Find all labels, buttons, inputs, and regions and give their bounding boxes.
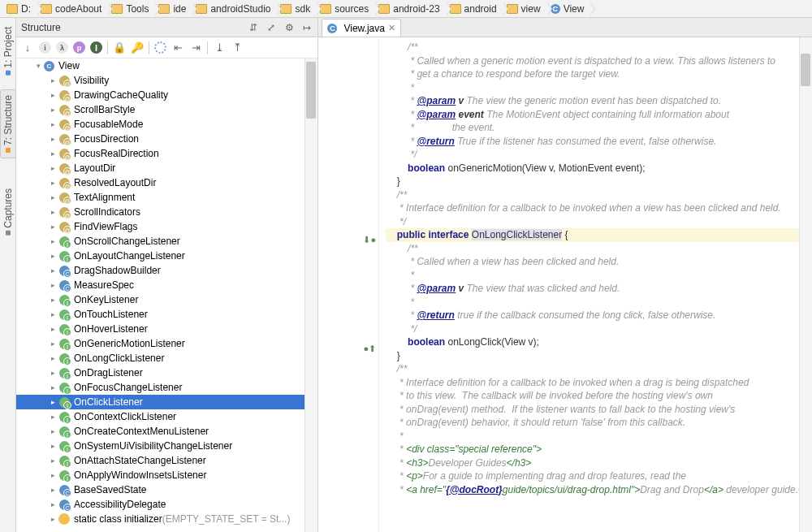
breadcrumb-item[interactable]: androidStudio: [186, 1, 277, 17]
tree-item[interactable]: ▸static class initializer (EMPTY_STATE_S…: [16, 512, 317, 526]
chevron-right-icon[interactable]: ▸: [49, 471, 57, 479]
tree-item[interactable]: ▸IOnScrollChangeListener: [16, 234, 317, 249]
tree-item[interactable]: ▸@FindViewFlags: [16, 219, 317, 234]
tab-captures[interactable]: Captures: [0, 183, 16, 241]
close-icon[interactable]: ✕: [388, 23, 395, 33]
chevron-right-icon[interactable]: ▸: [49, 164, 57, 172]
chevron-right-icon[interactable]: ▸: [49, 223, 57, 231]
tree-item[interactable]: ▸CAccessibilityDelegate: [16, 497, 317, 512]
tree-item[interactable]: ▸IOnDragListener: [16, 365, 317, 380]
chevron-down-icon[interactable]: ▾: [34, 62, 42, 70]
tree-item[interactable]: ▸@Visibility: [16, 73, 317, 88]
tree-item[interactable]: ▸CMeasureSpec: [16, 278, 317, 292]
autoscroll2-icon[interactable]: ⤓: [213, 41, 226, 54]
chevron-right-icon[interactable]: ▸: [49, 413, 57, 421]
filter-i-icon[interactable]: i: [39, 41, 51, 54]
expand-icon[interactable]: ⤢: [266, 22, 277, 33]
scrollbar-thumb[interactable]: [306, 62, 316, 119]
chevron-right-icon[interactable]: ▸: [49, 296, 57, 304]
tree-item[interactable]: ▸CBaseSavedState: [16, 482, 317, 497]
sort-icon[interactable]: ↓: [21, 41, 34, 54]
code-area[interactable]: /** * Called when a generic motion event…: [379, 37, 812, 532]
filter-dotted-icon[interactable]: [154, 41, 166, 54]
tree-item[interactable]: ▸@FocusableMode: [16, 117, 317, 132]
chevron-right-icon[interactable]: ▸: [49, 208, 57, 216]
breadcrumb-label: android: [464, 3, 497, 15]
collapse-icon[interactable]: ⇤: [171, 41, 184, 54]
tree-root[interactable]: ▾ C View: [16, 58, 317, 73]
scrollbar-thumb[interactable]: [801, 54, 810, 86]
implement-icon[interactable]: ⬇●: [363, 235, 376, 245]
expand2-icon[interactable]: ⇥: [189, 41, 202, 54]
tree-item[interactable]: ▸@FocusRealDirection: [16, 146, 317, 161]
tree-item[interactable]: ▸IOnTouchListener: [16, 307, 317, 322]
editor-scrollbar[interactable]: [799, 37, 812, 532]
tree-item[interactable]: ▸IOnLayoutChangeListener: [16, 249, 317, 263]
chevron-right-icon[interactable]: ▸: [49, 486, 57, 494]
tree-item[interactable]: ▸@FocusDirection: [16, 132, 317, 146]
tree-item[interactable]: ▸IOnFocusChangeListener: [16, 380, 317, 395]
override-icon[interactable]: ●⬆: [363, 344, 376, 354]
chevron-right-icon[interactable]: ▸: [49, 91, 57, 99]
tree-item[interactable]: ▸@DrawingCacheQuality: [16, 88, 317, 102]
editor-gutter[interactable]: ⬇● ●⬆: [318, 37, 379, 532]
tree-item[interactable]: ▸IOnApplyWindowInsetsListener: [16, 468, 317, 482]
autoscroll-icon[interactable]: ⇵: [248, 22, 259, 33]
key-icon[interactable]: 🔑: [131, 41, 144, 54]
chevron-right-icon[interactable]: ▸: [49, 179, 57, 187]
tree-item[interactable]: ▸@TextAlignment: [16, 190, 317, 205]
chevron-right-icon[interactable]: ▸: [49, 500, 57, 508]
chevron-right-icon[interactable]: ▸: [49, 515, 57, 523]
chevron-right-icon[interactable]: ▸: [49, 369, 57, 377]
breadcrumb-item[interactable]: codeAbout: [31, 1, 108, 17]
structure-toolbar: ↓ i λ p I 🔒 🔑 ⇤ ⇥ ⤓ ⤒: [16, 37, 317, 58]
tree-item[interactable]: ▸IOnAttachStateChangeListener: [16, 453, 317, 468]
chevron-right-icon[interactable]: ▸: [49, 310, 57, 318]
filter-lambda-icon[interactable]: λ: [56, 41, 68, 54]
tree-item[interactable]: ▸IOnClickListener: [16, 395, 317, 409]
scrollfrom-icon[interactable]: ⤒: [231, 41, 244, 54]
chevron-right-icon[interactable]: ▸: [49, 266, 57, 275]
chevron-right-icon[interactable]: ▸: [49, 252, 57, 260]
filter-i2-icon[interactable]: I: [90, 41, 102, 54]
breadcrumb-item[interactable]: android-23: [369, 1, 446, 17]
chevron-right-icon[interactable]: ▸: [49, 237, 57, 245]
tree-item[interactable]: ▸IOnSystemUiVisibilityChangeListener: [16, 439, 317, 453]
tab-structure[interactable]: 7: Structure: [0, 89, 16, 158]
chevron-right-icon[interactable]: ▸: [49, 120, 57, 128]
tree-scrollbar[interactable]: [304, 58, 317, 532]
chevron-right-icon[interactable]: ▸: [49, 193, 57, 201]
chevron-right-icon[interactable]: ▸: [49, 427, 57, 435]
chevron-right-icon[interactable]: ▸: [49, 398, 57, 406]
tree-item[interactable]: ▸IOnGenericMotionListener: [16, 336, 317, 351]
gear-icon[interactable]: ⚙: [283, 22, 295, 33]
chevron-right-icon[interactable]: ▸: [49, 383, 57, 391]
chevron-right-icon[interactable]: ▸: [49, 149, 57, 158]
editor-tab-view[interactable]: C View.java ✕: [322, 19, 400, 37]
tree-item[interactable]: ▸IOnCreateContextMenuListener: [16, 424, 317, 439]
tree-item[interactable]: ▸IOnContextClickListener: [16, 409, 317, 424]
tree-item[interactable]: ▸IOnKeyListener: [16, 292, 317, 307]
chevron-right-icon[interactable]: ▸: [49, 456, 57, 465]
chevron-right-icon[interactable]: ▸: [49, 442, 57, 450]
chevron-right-icon[interactable]: ▸: [49, 340, 57, 348]
tree-item[interactable]: ▸IOnHoverListener: [16, 322, 317, 336]
tree-item[interactable]: ▸@ScrollIndicators: [16, 205, 317, 219]
tab-project[interactable]: 1: Project: [0, 21, 16, 81]
filter-p-icon[interactable]: p: [73, 41, 85, 54]
tree-item[interactable]: ▸@ResolvedLayoutDir: [16, 175, 317, 190]
breadcrumb-label: Tools: [126, 3, 149, 15]
chevron-right-icon[interactable]: ▸: [49, 281, 57, 289]
tree-item[interactable]: ▸IOnLongClickListener: [16, 351, 317, 365]
tree-item[interactable]: ▸@LayoutDir: [16, 161, 317, 175]
tree-item[interactable]: ▸@ScrollBarStyle: [16, 102, 317, 117]
chevron-right-icon[interactable]: ▸: [49, 106, 57, 114]
chevron-right-icon[interactable]: ▸: [49, 354, 57, 362]
chevron-right-icon[interactable]: ▸: [49, 325, 57, 333]
hide-icon[interactable]: ↦: [301, 22, 313, 33]
tree-item[interactable]: ▸CDragShadowBuilder: [16, 263, 317, 278]
structure-tree[interactable]: ▾ C View ▸@Visibility▸@DrawingCacheQuali…: [16, 58, 317, 532]
lock-icon[interactable]: 🔒: [113, 41, 126, 54]
chevron-right-icon[interactable]: ▸: [49, 76, 57, 84]
chevron-right-icon[interactable]: ▸: [49, 135, 57, 143]
